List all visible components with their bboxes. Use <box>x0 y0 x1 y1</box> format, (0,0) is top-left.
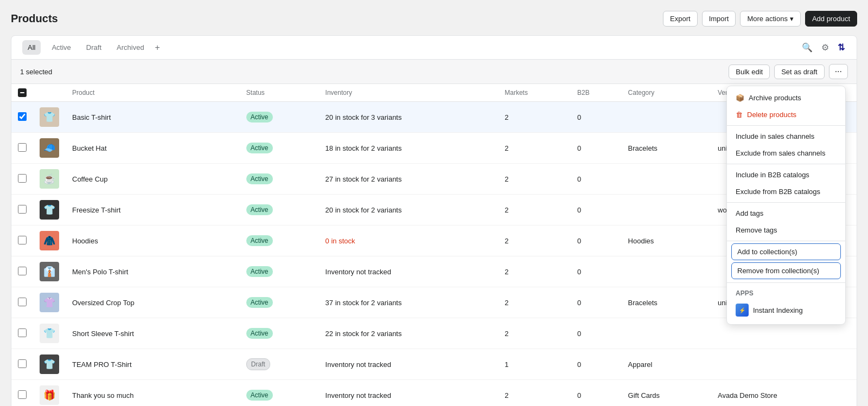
export-button[interactable]: Export <box>663 11 698 27</box>
exclude-sales-item[interactable]: Exclude from sales channels <box>727 145 845 162</box>
row-checkbox-cell[interactable] <box>11 380 33 407</box>
product-name-cell[interactable]: Basic T-shirt <box>66 102 240 133</box>
indeterminate-checkbox[interactable] <box>18 88 27 97</box>
product-name: Bucket Hat <box>72 144 107 152</box>
divider-5 <box>727 282 845 283</box>
product-markets-cell: 2 <box>498 225 571 256</box>
product-name-cell[interactable]: Short Sleeve T-shirt <box>66 318 240 349</box>
search-icon[interactable]: 🔍 <box>799 39 816 56</box>
product-image: 🧥 <box>40 231 59 250</box>
product-name-cell[interactable]: Thank you so much <box>66 380 240 407</box>
filter-icon[interactable]: ⚙ <box>818 39 832 56</box>
product-status-cell: Active <box>240 195 319 225</box>
instant-indexing-icon: ⚡ <box>736 304 749 317</box>
tab-add-button[interactable]: + <box>153 38 162 57</box>
archive-products-item[interactable]: 📦 Archive products <box>727 89 845 106</box>
more-bulk-actions-button[interactable]: ··· <box>829 64 848 79</box>
product-markets-cell: 2 <box>498 256 571 287</box>
trash-icon: 🗑 <box>736 111 743 119</box>
include-b2b-item[interactable]: Include in B2B catalogs <box>727 166 845 183</box>
product-image: 👕 <box>40 107 59 127</box>
divider-3 <box>727 202 845 203</box>
stock-text: 37 in stock for 2 variants <box>326 299 402 307</box>
status-badge: Active <box>246 266 273 277</box>
import-button[interactable]: Import <box>702 11 736 27</box>
product-status-cell: Active <box>240 287 319 318</box>
row-checkbox-cell[interactable] <box>11 225 33 256</box>
tab-active[interactable]: Active <box>45 37 77 59</box>
table-header-markets: Markets <box>498 84 571 102</box>
include-sales-item[interactable]: Include in sales channels <box>727 128 845 145</box>
chevron-down-icon: ▾ <box>790 15 794 23</box>
row-checkbox[interactable] <box>18 205 27 214</box>
status-badge: Active <box>246 235 273 246</box>
remove-collection-item[interactable]: Remove from collection(s) <box>731 262 841 279</box>
product-name-cell[interactable]: Men's Polo T-shirt <box>66 256 240 287</box>
row-checkbox-cell[interactable] <box>11 256 33 287</box>
add-tags-label: Add tags <box>736 209 763 217</box>
add-tags-item[interactable]: Add tags <box>727 205 845 222</box>
row-checkbox[interactable] <box>18 298 27 306</box>
instant-indexing-item[interactable]: ⚡ Instant Indexing <box>727 299 845 321</box>
row-checkbox[interactable] <box>18 236 27 244</box>
apps-section-label: APPS <box>727 285 845 299</box>
row-checkbox-cell[interactable] <box>11 102 33 133</box>
tab-draft[interactable]: Draft <box>80 37 108 59</box>
row-checkbox[interactable] <box>18 267 27 275</box>
product-name: Basic T-shirt <box>72 113 111 121</box>
product-name: Short Sleeve T-shirt <box>72 330 134 338</box>
remove-tags-item[interactable]: Remove tags <box>727 222 845 239</box>
row-checkbox[interactable] <box>18 328 27 337</box>
product-image-cell: 🎁 <box>33 380 66 407</box>
product-markets-cell: 1 <box>498 349 571 380</box>
product-intl-cell: 0 <box>571 380 622 407</box>
product-name-cell[interactable]: Oversized Crop Top <box>66 287 240 318</box>
row-checkbox-cell[interactable] <box>11 287 33 318</box>
tab-all[interactable]: All <box>22 40 41 55</box>
row-checkbox[interactable] <box>18 390 27 399</box>
product-vendor-cell <box>711 349 857 380</box>
stock-text: 18 in stock for 2 variants <box>326 144 402 152</box>
row-checkbox[interactable] <box>18 143 27 152</box>
set-as-draft-button[interactable]: Set as draft <box>774 65 824 79</box>
row-checkbox[interactable] <box>18 174 27 183</box>
row-checkbox-cell[interactable] <box>11 133 33 164</box>
add-collection-item[interactable]: Add to collection(s) <box>731 243 841 260</box>
stock-zero: 0 in stock <box>326 237 355 245</box>
product-intl-cell: 0 <box>571 349 622 380</box>
product-stock-cell: 0 in stock <box>319 225 499 256</box>
product-category-cell <box>622 102 711 133</box>
row-checkbox[interactable] <box>18 359 27 368</box>
product-name-cell[interactable]: Freesize T-shirt <box>66 195 240 225</box>
product-name-cell[interactable]: Hoodies <box>66 225 240 256</box>
exclude-b2b-item[interactable]: Exclude from B2B catalogs <box>727 183 845 200</box>
product-name: Thank you so much <box>72 391 133 399</box>
row-checkbox[interactable] <box>18 112 27 121</box>
product-image: 👕 <box>40 324 59 343</box>
product-category-cell: Apparel <box>622 349 711 380</box>
product-name: Oversized Crop Top <box>72 299 135 307</box>
row-checkbox-cell[interactable] <box>11 195 33 225</box>
status-badge: Active <box>246 112 273 123</box>
product-name-cell[interactable]: Coffee Cup <box>66 164 240 195</box>
instant-indexing-label: Instant Indexing <box>753 306 803 314</box>
delete-products-item[interactable]: 🗑 Delete products <box>727 106 845 123</box>
product-intl-cell: 0 <box>571 287 622 318</box>
product-name-cell[interactable]: Bucket Hat <box>66 133 240 164</box>
more-actions-button[interactable]: More actions ▾ <box>740 11 800 27</box>
row-checkbox-cell[interactable] <box>11 349 33 380</box>
product-name-cell[interactable]: TEAM PRO T-Shirt <box>66 349 240 380</box>
product-category-cell <box>622 164 711 195</box>
bulk-edit-button[interactable]: Bulk edit <box>729 65 770 79</box>
sort-icon[interactable]: ⇅ <box>834 39 848 56</box>
product-status-cell: Active <box>240 318 319 349</box>
tab-archived[interactable]: Archived <box>110 37 151 59</box>
row-checkbox-cell[interactable] <box>11 164 33 195</box>
product-category-cell <box>622 318 711 349</box>
remove-tags-label: Remove tags <box>736 226 777 234</box>
product-status-cell: Active <box>240 164 319 195</box>
add-product-button[interactable]: Add product <box>805 11 857 27</box>
product-image-cell: 🧢 <box>33 133 66 164</box>
product-category-cell: Gift Cards <box>622 380 711 407</box>
row-checkbox-cell[interactable] <box>11 318 33 349</box>
